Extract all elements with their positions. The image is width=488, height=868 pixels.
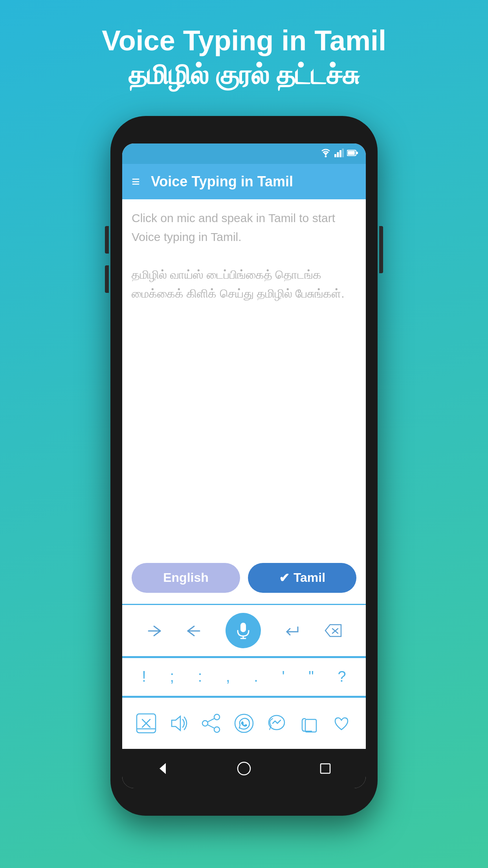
svg-rect-3 — [337, 152, 339, 157]
nav-home-button[interactable] — [236, 761, 252, 776]
whatsapp-icon[interactable] — [234, 713, 254, 734]
punct-apostrophe[interactable]: ' — [276, 665, 290, 688]
status-icons — [320, 149, 358, 159]
svg-point-27 — [238, 762, 250, 775]
speaker-icon[interactable] — [169, 713, 189, 734]
punct-period[interactable]: . — [248, 665, 264, 688]
delete-box-icon[interactable] — [136, 713, 156, 734]
phone-mockup: ≡ Voice Typing in Tamil Click on mic and… — [110, 116, 378, 816]
phone-screen: ≡ Voice Typing in Tamil Click on mic and… — [122, 143, 366, 788]
bottom-navigation — [122, 749, 366, 788]
side-buttons-right — [379, 226, 383, 273]
svg-rect-2 — [334, 154, 336, 157]
header-section: Voice Typing in Tamil தமிழில் குரல் தட்ட… — [102, 24, 386, 92]
svg-point-19 — [202, 721, 208, 726]
svg-rect-4 — [339, 150, 341, 157]
svg-point-20 — [214, 727, 220, 732]
app-bar: ≡ Voice Typing in Tamil — [122, 164, 366, 199]
svg-rect-25 — [305, 719, 316, 732]
mic-button[interactable] — [226, 613, 261, 648]
svg-marker-0 — [323, 153, 328, 156]
check-mark: ✔ — [279, 570, 290, 585]
header-title-en: Voice Typing in Tamil — [102, 24, 386, 57]
punct-colon[interactable]: : — [193, 665, 208, 688]
tamil-button[interactable]: ✔ Tamil — [248, 563, 356, 593]
svg-line-21 — [208, 719, 214, 722]
heart-icon[interactable] — [331, 713, 352, 734]
app-bar-title: Voice Typing in Tamil — [151, 173, 293, 190]
punct-quote[interactable]: " — [303, 665, 319, 688]
svg-point-18 — [214, 714, 220, 720]
toolbar-row — [122, 605, 366, 656]
share-icon[interactable] — [201, 713, 222, 734]
language-buttons-row: English ✔ Tamil — [132, 563, 356, 593]
enter-icon[interactable] — [284, 623, 301, 638]
svg-marker-26 — [160, 763, 166, 774]
status-bar — [122, 143, 366, 164]
battery-icon — [347, 149, 358, 158]
hamburger-icon[interactable]: ≡ — [132, 173, 140, 190]
svg-rect-8 — [356, 152, 358, 154]
svg-point-23 — [235, 714, 253, 732]
nav-back-button[interactable] — [155, 761, 171, 776]
svg-line-22 — [208, 725, 214, 728]
punct-comma[interactable]: , — [220, 665, 236, 688]
action-row — [122, 698, 366, 749]
placeholder-text: Click on mic and speak in Tamil to start… — [132, 209, 356, 303]
copy-icon[interactable] — [299, 713, 319, 734]
nav-recents-button[interactable] — [317, 761, 333, 776]
english-button[interactable]: English — [132, 563, 240, 593]
text-content-area[interactable]: Click on mic and speak in Tamil to start… — [122, 199, 366, 604]
reply-icon[interactable] — [185, 623, 203, 638]
svg-rect-7 — [348, 151, 355, 155]
svg-rect-9 — [240, 623, 246, 632]
signal-icon — [334, 149, 344, 159]
punctuation-row: ! ; : , . ' " ? — [122, 657, 366, 697]
forward-icon[interactable] — [145, 623, 163, 638]
backspace-icon[interactable] — [324, 623, 343, 638]
svg-rect-5 — [342, 149, 344, 157]
svg-rect-28 — [321, 764, 330, 773]
punct-question[interactable]: ? — [332, 665, 352, 688]
svg-point-1 — [325, 155, 327, 157]
side-buttons-left — [105, 226, 109, 305]
punct-exclamation[interactable]: ! — [136, 665, 152, 688]
punct-semicolon[interactable]: ; — [165, 665, 180, 688]
header-title-ta: தமிழில் குரல் தட்டச்சு — [102, 57, 386, 92]
phone-body: ≡ Voice Typing in Tamil Click on mic and… — [110, 116, 378, 816]
wifi-icon — [320, 149, 331, 159]
messenger-icon[interactable] — [266, 713, 287, 734]
